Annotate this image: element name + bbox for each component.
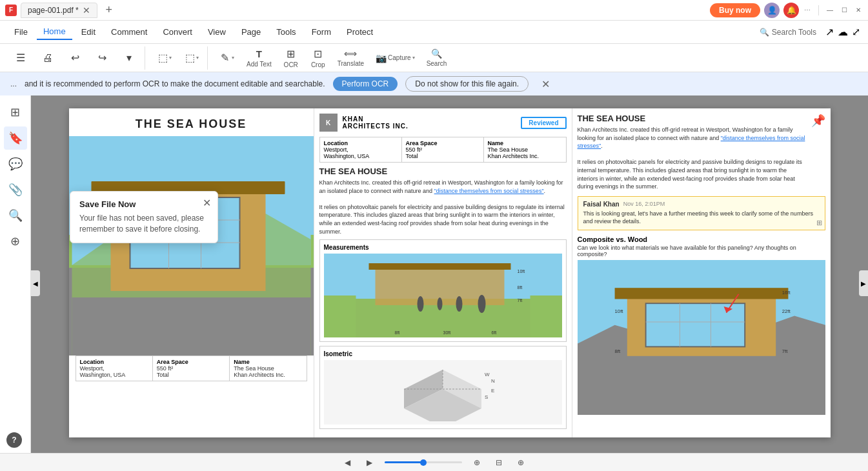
zoom-slider[interactable] <box>385 461 462 463</box>
menu-item-form[interactable]: Form <box>305 25 338 39</box>
maximize-button[interactable]: ☐ <box>840 6 849 15</box>
svg-rect-39 <box>614 288 788 299</box>
toolbar-group-select: ⬚ ▾ ⬚ ▾ <box>149 46 208 70</box>
svg-text:E: E <box>491 388 494 394</box>
pdf-col3: THE SEA HOUSE Khan Architects Inc. creat… <box>572 108 831 437</box>
pin-icon[interactable]: 📌 <box>811 114 825 128</box>
fit-page-icon[interactable]: ⊕ <box>514 456 528 470</box>
user-avatar[interactable]: 👤 <box>764 3 780 18</box>
active-tab[interactable]: page-001.pdf * ✕ <box>21 3 97 18</box>
crop-icon: ⊡ <box>314 48 322 60</box>
svg-text:8ft: 8ft <box>517 285 522 290</box>
crop-button[interactable]: ⊡ Crop <box>305 46 331 70</box>
capture-button[interactable]: 📷 Capture ▾ <box>370 46 420 70</box>
translate-button[interactable]: ⟺ Translate <box>332 46 369 70</box>
zoom-out-icon[interactable]: ⊟ <box>492 456 506 470</box>
edit-all-button[interactable]: ✎ ▾ <box>214 46 240 70</box>
col2-area-cell: Area Space 550 ft²Total <box>402 137 484 162</box>
select-tool-button[interactable]: ⬚ ▾ <box>152 46 177 70</box>
expand-icon[interactable]: ⤢ <box>852 26 860 38</box>
col1-location-cell: Location Westport,Washington, USA <box>76 356 153 381</box>
new-tab-button[interactable]: + <box>101 3 117 18</box>
perform-ocr-button[interactable]: Perform OCR <box>333 77 398 91</box>
right-collapse-button[interactable]: ▶ <box>859 270 868 296</box>
select-icon: ⬚ <box>158 52 168 64</box>
bottom-bar: ◀ ▶ ⊕ ⊟ ⊕ <box>0 453 868 471</box>
isometric-title: Isometric <box>324 350 562 357</box>
toolbar-group-file: ☰ 🖨 ↩ ↪ ▾ <box>5 46 145 70</box>
minimize-button[interactable]: — <box>825 6 834 15</box>
crop-label: Crop <box>311 61 325 68</box>
svg-rect-2 <box>72 297 310 356</box>
menu-item-protect[interactable]: Protect <box>340 25 379 39</box>
menu-item-page[interactable]: Page <box>235 25 267 39</box>
cloud-icon[interactable]: ☁ <box>838 26 848 38</box>
next-page-icon[interactable]: ▶ <box>363 456 377 470</box>
menu-item-file[interactable]: File <box>8 25 34 39</box>
svg-text:7ft: 7ft <box>782 348 787 354</box>
pdf-viewer[interactable]: Save File Now Your file has not been sav… <box>31 95 868 471</box>
redo-button[interactable]: ↪ <box>89 46 115 70</box>
prev-page-icon[interactable]: ◀ <box>341 456 355 470</box>
redo-icon: ↪ <box>98 52 106 64</box>
undo-button[interactable]: ↩ <box>62 46 88 70</box>
sidebar-bookmark-icon[interactable]: 🔖 <box>4 126 27 150</box>
chevron-icon4: ▾ <box>412 55 415 61</box>
more-options-button[interactable]: ⋯ <box>803 6 812 15</box>
toolbar-group-edit: ✎ ▾ T Add Text ⊞ OCR ⊡ Crop ⟺ Translate … <box>212 46 454 70</box>
col1-area-cell: Area Space 550 ft²Total <box>153 356 230 381</box>
search-tools-button[interactable]: 🔍 Search Tools <box>753 25 823 39</box>
undo-icon: ↩ <box>71 52 79 64</box>
menu-item-home[interactable]: Home <box>37 24 72 40</box>
ocr-banner-close-button[interactable]: ✕ <box>541 78 550 90</box>
history-button[interactable]: ▾ <box>116 46 142 70</box>
svg-text:W: W <box>485 372 490 377</box>
print-button[interactable]: 🖨 <box>35 46 61 70</box>
sidebar-search-icon[interactable]: 🔍 <box>4 204 27 227</box>
ocr-icon: ⊞ <box>287 48 295 60</box>
pdf-col2: K KHANARCHITECTS INC. Reviewed Location … <box>314 108 572 437</box>
menu-item-tools[interactable]: Tools <box>270 25 302 39</box>
svg-text:30ft: 30ft <box>443 330 450 335</box>
grid-icon: ⊞ <box>816 219 822 227</box>
sidebar-comment-icon[interactable]: 💬 <box>4 152 27 175</box>
svg-text:7ft: 7ft <box>517 298 522 303</box>
annotation-author: Faisal Khan <box>583 201 620 208</box>
sidebar-toggle-button[interactable]: ☰ <box>8 46 34 70</box>
svg-text:S: S <box>485 394 488 400</box>
annotation-header: Faisal Khan Nov 16, 2:01PM <box>583 201 820 208</box>
pages-button[interactable]: ⬚ ▾ <box>179 46 205 70</box>
save-popup-title: Save File Now <box>79 199 208 209</box>
menu-item-view[interactable]: View <box>201 25 232 39</box>
notification-badge[interactable]: 🔔 <box>783 3 799 18</box>
share-icon[interactable]: ↗ <box>825 26 834 38</box>
sidebar-icon: ☰ <box>16 52 25 64</box>
svg-rect-15 <box>368 263 510 270</box>
close-button[interactable]: ✕ <box>854 6 863 15</box>
history-icon: ▾ <box>126 52 132 64</box>
ocr-button[interactable]: ⊞ OCR <box>278 46 304 70</box>
search-label: Search <box>427 60 447 67</box>
col2-name-cell: Name The Sea HouseKhan Architects Inc. <box>484 137 566 162</box>
menu-item-convert[interactable]: Convert <box>156 25 199 39</box>
buy-now-button[interactable]: Buy now <box>710 3 760 17</box>
menu-item-edit[interactable]: Edit <box>75 25 102 39</box>
sidebar-attachment-icon[interactable]: 📎 <box>4 178 27 201</box>
add-text-button[interactable]: T Add Text <box>241 46 277 70</box>
zoom-in-icon[interactable]: ⊕ <box>470 456 484 470</box>
sidebar-thumbnail-icon[interactable]: ⊞ <box>4 101 27 124</box>
menu-item-comment[interactable]: Comment <box>105 25 154 39</box>
search-button[interactable]: 🔍 Search <box>421 46 452 70</box>
help-button[interactable]: ? <box>6 432 22 448</box>
ocr-banner-text: and it is recommended to perform OCR to … <box>25 79 325 88</box>
left-collapse-button[interactable]: ◀ <box>31 270 40 296</box>
save-popup-close-button[interactable]: ✕ <box>203 197 211 209</box>
sidebar-layers-icon[interactable]: ⊕ <box>4 230 27 253</box>
main-area: ⊞ 🔖 💬 📎 🔍 ⊕ ? ◀ ▶ Save File Now Your fil… <box>0 95 868 471</box>
title-bar-right: Buy now 👤 🔔 ⋯ — ☐ ✕ <box>710 3 863 18</box>
tab-close-button[interactable]: ✕ <box>83 6 90 15</box>
col1-building-image <box>69 136 314 356</box>
ocr-banner-prefix: ... <box>10 79 17 88</box>
do-not-show-button[interactable]: Do not show for this file again. <box>405 76 529 92</box>
col2-logo: K KHANARCHITECTS INC. <box>319 114 409 132</box>
